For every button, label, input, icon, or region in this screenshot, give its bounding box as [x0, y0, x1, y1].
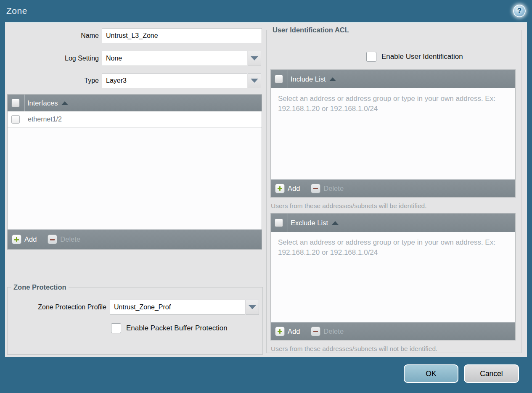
exclude-list-note: Users from these addresses/subnets will …	[271, 345, 437, 353]
packet-buffer-protection-label: Enable Packet Buffer Protection	[126, 324, 228, 332]
exclude-select-all-checkbox[interactable]	[275, 219, 283, 227]
user-identification-acl-section: User Identification ACL Enable User Iden…	[266, 26, 521, 353]
type-select[interactable]: Layer3	[102, 73, 261, 88]
zone-protection-profile-label: Zone Protection Profile	[8, 300, 106, 315]
enable-user-identification-checkbox[interactable]	[366, 52, 376, 62]
header-divider	[288, 214, 288, 232]
add-button[interactable]: Add	[275, 184, 300, 193]
packet-buffer-protection-checkbox[interactable]	[111, 323, 121, 333]
interfaces-table: Interfaces ethernet1/2 Add Delete	[7, 94, 262, 250]
exclude-list-table: Exclude List Select an address or addres…	[270, 213, 516, 340]
delete-button-label: Delete	[60, 235, 80, 243]
delete-button[interactable]: Delete	[48, 235, 80, 244]
include-list-placeholder: Select an address or address group or ty…	[271, 88, 506, 119]
zone-protection-profile-value[interactable]: Untrust_Zone_Prof	[110, 300, 245, 315]
name-label: Name	[5, 28, 99, 43]
type-dropdown-button[interactable]	[248, 73, 261, 88]
delete-icon	[48, 235, 57, 244]
interfaces-column-header[interactable]: Interfaces	[27, 99, 58, 107]
header-divider	[24, 95, 25, 111]
table-row[interactable]: ethernet1/2	[8, 111, 262, 128]
exclude-list-footer: Add Delete	[271, 322, 515, 340]
name-input[interactable]	[102, 28, 262, 43]
add-button[interactable]: Add	[12, 235, 37, 244]
chevron-down-icon	[249, 305, 256, 309]
interface-name: ethernet1/2	[28, 116, 62, 123]
add-button-label: Add	[288, 327, 300, 335]
add-button-label: Add	[24, 235, 37, 243]
delete-button[interactable]: Delete	[311, 327, 344, 336]
add-button-label: Add	[288, 185, 300, 193]
exclude-list-placeholder: Select an address or address group or ty…	[271, 232, 506, 263]
delete-button-label: Delete	[323, 185, 344, 193]
include-list-column-header[interactable]: Include List	[291, 75, 326, 83]
interfaces-table-header: Interfaces	[8, 95, 262, 111]
header-divider	[288, 70, 288, 88]
log-setting-label: Log Setting	[5, 51, 99, 66]
zone-protection-legend: Zone Protection	[11, 283, 69, 291]
packet-buffer-protection-row: Enable Packet Buffer Protection	[111, 323, 228, 333]
include-list-header: Include List	[271, 70, 515, 88]
sort-ascending-icon[interactable]	[61, 101, 68, 105]
dialog-titlebar: Zone	[0, 0, 532, 22]
include-select-all-checkbox[interactable]	[275, 75, 283, 83]
user-identification-acl-legend: User Identification ACL	[270, 26, 351, 34]
include-list-footer: Add Delete	[271, 179, 515, 197]
delete-icon	[311, 184, 320, 193]
type-label: Type	[5, 73, 99, 88]
exclude-list-column-header[interactable]: Exclude List	[291, 219, 328, 227]
zone-protection-section: Zone Protection Zone Protection Profile …	[7, 283, 263, 355]
sort-ascending-icon[interactable]	[329, 77, 336, 81]
dialog-title: Zone	[0, 6, 27, 16]
ok-button[interactable]: OK	[404, 364, 458, 383]
include-list-body[interactable]: Select an address or address group or ty…	[271, 88, 515, 179]
zone-protection-profile-dropdown-button[interactable]	[246, 300, 259, 315]
include-list-note: Users from these addresses/subnets will …	[271, 202, 426, 210]
zone-dialog-body: Name Log Setting None Type Layer3 Interf…	[5, 22, 527, 357]
exclude-list-header: Exclude List	[271, 214, 515, 232]
exclude-list-body[interactable]: Select an address or address group or ty…	[271, 232, 515, 322]
row-checkbox[interactable]	[11, 115, 20, 124]
log-setting-select[interactable]: None	[102, 51, 261, 66]
enable-user-identification-label: Enable User Identification	[381, 53, 463, 61]
delete-button[interactable]: Delete	[311, 184, 344, 193]
add-icon	[275, 184, 285, 193]
interfaces-table-body: ethernet1/2	[8, 111, 262, 229]
enable-user-identification-row: Enable User Identification	[366, 52, 463, 62]
add-icon	[12, 235, 21, 244]
help-icon[interactable]: ?	[513, 5, 526, 17]
interfaces-table-footer: Add Delete	[8, 229, 262, 249]
chevron-down-icon	[251, 56, 258, 61]
chevron-down-icon	[251, 79, 258, 83]
add-button[interactable]: Add	[275, 327, 300, 336]
log-setting-dropdown-button[interactable]	[248, 51, 261, 66]
add-icon	[275, 327, 285, 336]
delete-button-label: Delete	[323, 327, 344, 335]
include-list-table: Include List Select an address or addres…	[270, 69, 516, 198]
type-value[interactable]: Layer3	[102, 73, 247, 88]
zone-protection-profile-select[interactable]: Untrust_Zone_Prof	[110, 300, 259, 315]
cancel-button[interactable]: Cancel	[464, 364, 519, 383]
sort-ascending-icon[interactable]	[332, 221, 339, 225]
interfaces-select-all-checkbox[interactable]	[11, 99, 20, 107]
delete-icon	[311, 327, 320, 336]
log-setting-value[interactable]: None	[102, 51, 247, 66]
